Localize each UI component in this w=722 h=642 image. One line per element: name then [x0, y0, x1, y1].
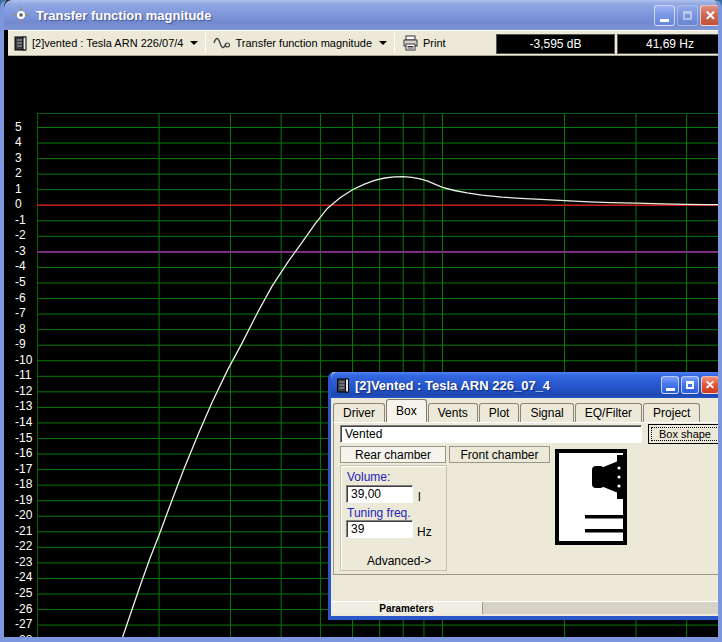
tuning-freq-label: Tuning freq. — [347, 506, 411, 520]
print-button[interactable]: Print — [398, 32, 450, 54]
y-axis-tick: -10 — [15, 353, 39, 367]
y-axis-tick: -6 — [15, 291, 39, 305]
wave-icon — [213, 36, 230, 50]
chevron-down-icon — [379, 41, 387, 45]
volume-unit: l — [418, 490, 421, 504]
box-type-field[interactable]: Vented — [340, 425, 642, 443]
toolbar: [2]vented : Tesla ARN 226/07/4 Transfer … — [8, 30, 722, 56]
tab-driver[interactable]: Driver — [333, 403, 385, 422]
crosshair-icon — [12, 6, 30, 24]
minimize-button[interactable] — [654, 5, 675, 26]
y-axis-tick: -2 — [15, 228, 39, 242]
dialog-maximize-button[interactable] — [681, 376, 699, 394]
tab-signal[interactable]: Signal — [520, 403, 573, 422]
y-axis-tick: -9 — [15, 337, 39, 351]
tab-rear-chamber[interactable]: Rear chamber — [340, 446, 446, 463]
dialog-close-button[interactable]: ✕ — [701, 376, 719, 394]
toolbar-separator — [205, 33, 206, 53]
advanced-link[interactable]: Advanced-> — [367, 554, 431, 568]
main-titlebar[interactable]: Transfer function magnitude ✕ — [4, 0, 722, 30]
tuning-freq-input[interactable]: 39 — [346, 520, 413, 538]
dialog-minimize-button[interactable] — [661, 376, 679, 394]
box-shape-button[interactable]: Box shape — [648, 424, 722, 444]
y-axis-tick: -7 — [15, 306, 39, 320]
close-button[interactable]: ✕ — [700, 5, 721, 26]
cursor-frequency-readout: 41,69 Hz — [617, 34, 722, 54]
dialog-tabbar: DriverBoxVentsPlotSignalEQ/FilterProject — [333, 400, 701, 422]
y-axis-tick: -19 — [15, 493, 39, 507]
print-label: Print — [423, 37, 446, 49]
tab-plot[interactable]: Plot — [479, 403, 520, 422]
y-axis-tick: -16 — [15, 446, 39, 460]
y-axis-tick: -20 — [15, 508, 39, 522]
y-axis-tick: 3 — [15, 151, 39, 165]
tab-project[interactable]: Project — [643, 403, 700, 422]
y-axis-tick: -25 — [15, 586, 39, 600]
maximize-button — [677, 5, 698, 26]
y-axis-tick: -3 — [15, 244, 39, 258]
tab-box[interactable]: Box — [386, 399, 427, 422]
y-axis-tick: -23 — [15, 555, 39, 569]
y-axis-tick: -26 — [15, 602, 39, 616]
y-axis-tick: -18 — [15, 477, 39, 491]
window-title: Transfer function magnitude — [36, 8, 212, 23]
project-selector-label: [2]vented : Tesla ARN 226/07/4 — [32, 37, 183, 49]
y-axis-tick: 4 — [15, 135, 39, 149]
volume-input[interactable]: 39,00 — [346, 485, 413, 503]
tab-front-chamber[interactable]: Front chamber — [449, 446, 550, 463]
printer-icon — [402, 35, 419, 51]
project-selector-dropdown[interactable]: [2]vented : Tesla ARN 226/07/4 — [10, 32, 202, 54]
tab-vents[interactable]: Vents — [428, 403, 478, 422]
box-schematic — [555, 449, 627, 545]
y-axis-tick: -28 — [15, 633, 39, 642]
box-tabpane: Vented Box shape Rear chamber Front cham… — [333, 422, 722, 575]
dialog-bottom-strip[interactable]: Parameters — [331, 601, 722, 614]
view-selector-label: Transfer function magnitude — [235, 37, 372, 49]
tab-eq-filter[interactable]: EQ/Filter — [575, 403, 642, 422]
chevron-down-icon — [190, 41, 198, 45]
y-axis-tick: -17 — [15, 462, 39, 476]
tab-parameters[interactable]: Parameters — [331, 602, 483, 614]
notebook-icon — [14, 36, 27, 51]
y-axis-tick: -5 — [15, 275, 39, 289]
y-axis-tick: -1 — [15, 213, 39, 227]
vented-box-dialog: [2]Vented : Tesla ARN 226_07_4 ✕ DriverB… — [328, 372, 722, 620]
cursor-db-readout: -3,595 dB — [496, 34, 615, 54]
y-axis-tick: -21 — [15, 524, 39, 538]
y-axis-tick: -13 — [15, 399, 39, 413]
dialog-title: [2]Vented : Tesla ARN 226_07_4 — [355, 378, 550, 393]
y-axis-tick: -24 — [15, 570, 39, 584]
notebook-icon — [336, 378, 350, 393]
volume-label: Volume: — [347, 470, 390, 484]
y-axis-tick: -14 — [15, 415, 39, 429]
toolbar-separator — [394, 33, 395, 53]
y-axis-tick: 2 — [15, 166, 39, 180]
y-axis-tick: 1 — [15, 182, 39, 196]
y-axis-tick: -27 — [15, 617, 39, 631]
focus-ring — [651, 427, 719, 441]
y-axis-tick: -22 — [15, 539, 39, 553]
y-axis-tick: -4 — [15, 259, 39, 273]
y-axis-tick: -12 — [15, 384, 39, 398]
dialog-titlebar[interactable]: [2]Vented : Tesla ARN 226_07_4 ✕ — [331, 372, 722, 398]
transfer-function-window: Transfer function magnitude ✕ [2]vented … — [0, 0, 722, 642]
y-axis-tick: -15 — [15, 431, 39, 445]
y-axis-tick: 0 — [15, 197, 39, 211]
rear-chamber-group: Volume: 39,00 l Tuning freq. 39 Hz Advan… — [340, 465, 447, 571]
y-axis-tick: -8 — [15, 322, 39, 336]
view-selector-dropdown[interactable]: Transfer function magnitude — [209, 32, 391, 54]
y-axis-tick: -11 — [15, 368, 39, 382]
tuning-freq-unit: Hz — [417, 525, 432, 539]
y-axis-tick: 5 — [15, 120, 39, 134]
